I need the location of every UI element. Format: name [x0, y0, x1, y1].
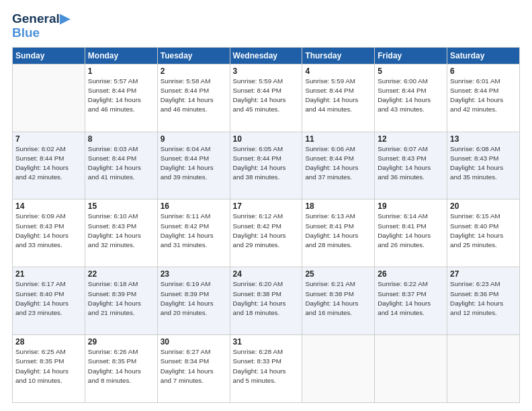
logo-line2: Blue — [12, 26, 70, 40]
calendar-day-cell: 29Sunrise: 6:26 AM Sunset: 8:35 PM Dayli… — [85, 335, 157, 403]
calendar-day-cell: 18Sunrise: 6:13 AM Sunset: 8:41 PM Dayli… — [302, 199, 375, 267]
calendar-day-cell: 28Sunrise: 6:25 AM Sunset: 8:35 PM Dayli… — [13, 335, 85, 403]
day-number: 10 — [233, 134, 300, 144]
calendar-header-cell: Monday — [85, 47, 157, 64]
calendar-day-cell: 22Sunrise: 6:18 AM Sunset: 8:39 PM Dayli… — [85, 267, 157, 335]
day-info: Sunrise: 6:22 AM Sunset: 8:37 PM Dayligh… — [378, 279, 444, 318]
calendar-day-cell: 30Sunrise: 6:27 AM Sunset: 8:34 PM Dayli… — [157, 335, 230, 403]
day-info: Sunrise: 6:08 AM Sunset: 8:43 PM Dayligh… — [450, 144, 517, 183]
day-info: Sunrise: 6:23 AM Sunset: 8:36 PM Dayligh… — [450, 279, 517, 318]
day-number: 17 — [233, 201, 300, 211]
calendar-header-cell: Friday — [375, 47, 447, 64]
calendar-header-cell: Saturday — [447, 47, 520, 64]
calendar-week-row: 1Sunrise: 5:57 AM Sunset: 8:44 PM Daylig… — [13, 64, 520, 132]
calendar-week-row: 21Sunrise: 6:17 AM Sunset: 8:40 PM Dayli… — [13, 267, 520, 335]
day-number: 2 — [161, 66, 227, 76]
day-number: 3 — [233, 66, 300, 76]
day-info: Sunrise: 6:04 AM Sunset: 8:44 PM Dayligh… — [161, 144, 227, 183]
calendar-day-cell: 16Sunrise: 6:11 AM Sunset: 8:42 PM Dayli… — [157, 199, 230, 267]
calendar-day-cell: 25Sunrise: 6:21 AM Sunset: 8:38 PM Dayli… — [302, 267, 375, 335]
calendar-day-cell: 7Sunrise: 6:02 AM Sunset: 8:44 PM Daylig… — [13, 132, 85, 199]
day-info: Sunrise: 6:05 AM Sunset: 8:44 PM Dayligh… — [233, 144, 300, 183]
calendar-day-cell: 9Sunrise: 6:04 AM Sunset: 8:44 PM Daylig… — [157, 132, 230, 199]
calendar-day-cell: 11Sunrise: 6:06 AM Sunset: 8:44 PM Dayli… — [302, 132, 375, 199]
day-info: Sunrise: 6:02 AM Sunset: 8:44 PM Dayligh… — [15, 144, 82, 183]
day-number: 19 — [378, 201, 444, 211]
day-number: 27 — [450, 269, 517, 279]
logo: General▶ Blue — [12, 12, 70, 40]
day-number: 21 — [15, 269, 82, 279]
calendar-day-cell — [302, 335, 375, 403]
day-info: Sunrise: 6:14 AM Sunset: 8:41 PM Dayligh… — [378, 212, 444, 250]
calendar-day-cell: 13Sunrise: 6:08 AM Sunset: 8:43 PM Dayli… — [447, 132, 520, 199]
calendar-day-cell: 23Sunrise: 6:19 AM Sunset: 8:39 PM Dayli… — [157, 267, 230, 335]
day-info: Sunrise: 6:17 AM Sunset: 8:40 PM Dayligh… — [15, 279, 82, 318]
calendar-day-cell: 3Sunrise: 5:59 AM Sunset: 8:44 PM Daylig… — [230, 64, 302, 132]
day-number: 22 — [88, 269, 154, 279]
calendar-day-cell — [447, 335, 520, 403]
day-info: Sunrise: 6:07 AM Sunset: 8:43 PM Dayligh… — [378, 144, 444, 183]
day-info: Sunrise: 6:19 AM Sunset: 8:39 PM Dayligh… — [161, 279, 227, 318]
calendar-week-row: 28Sunrise: 6:25 AM Sunset: 8:35 PM Dayli… — [13, 335, 520, 403]
day-number: 1 — [88, 66, 154, 76]
day-info: Sunrise: 6:10 AM Sunset: 8:43 PM Dayligh… — [88, 212, 154, 250]
day-number: 26 — [378, 269, 444, 279]
day-number: 16 — [161, 201, 227, 211]
calendar-day-cell: 21Sunrise: 6:17 AM Sunset: 8:40 PM Dayli… — [13, 267, 85, 335]
day-number: 31 — [233, 337, 300, 347]
calendar-day-cell: 12Sunrise: 6:07 AM Sunset: 8:43 PM Dayli… — [375, 132, 447, 199]
calendar-header-cell: Sunday — [13, 47, 85, 64]
calendar-day-cell: 27Sunrise: 6:23 AM Sunset: 8:36 PM Dayli… — [447, 267, 520, 335]
day-info: Sunrise: 6:00 AM Sunset: 8:44 PM Dayligh… — [378, 77, 444, 115]
calendar-day-cell: 5Sunrise: 6:00 AM Sunset: 8:44 PM Daylig… — [375, 64, 447, 132]
calendar-day-cell: 6Sunrise: 6:01 AM Sunset: 8:44 PM Daylig… — [447, 64, 520, 132]
day-number: 4 — [305, 66, 371, 76]
day-number: 29 — [88, 337, 154, 347]
calendar-day-cell: 17Sunrise: 6:12 AM Sunset: 8:42 PM Dayli… — [230, 199, 302, 267]
day-info: Sunrise: 6:28 AM Sunset: 8:33 PM Dayligh… — [233, 347, 300, 385]
day-info: Sunrise: 5:59 AM Sunset: 8:44 PM Dayligh… — [233, 77, 300, 115]
calendar-header-cell: Wednesday — [230, 47, 302, 64]
day-number: 8 — [88, 134, 154, 144]
day-info: Sunrise: 6:20 AM Sunset: 8:38 PM Dayligh… — [233, 279, 300, 318]
calendar-day-cell: 2Sunrise: 5:58 AM Sunset: 8:44 PM Daylig… — [157, 64, 230, 132]
calendar-day-cell: 10Sunrise: 6:05 AM Sunset: 8:44 PM Dayli… — [230, 132, 302, 199]
calendar-day-cell: 14Sunrise: 6:09 AM Sunset: 8:43 PM Dayli… — [13, 199, 85, 267]
calendar-day-cell: 26Sunrise: 6:22 AM Sunset: 8:37 PM Dayli… — [375, 267, 447, 335]
day-number: 13 — [450, 134, 517, 144]
day-info: Sunrise: 6:09 AM Sunset: 8:43 PM Dayligh… — [15, 212, 82, 250]
calendar-day-cell: 20Sunrise: 6:15 AM Sunset: 8:40 PM Dayli… — [447, 199, 520, 267]
calendar-week-row: 7Sunrise: 6:02 AM Sunset: 8:44 PM Daylig… — [13, 132, 520, 199]
calendar: SundayMondayTuesdayWednesdayThursdayFrid… — [12, 47, 520, 403]
day-number: 14 — [15, 201, 82, 211]
day-number: 18 — [305, 201, 371, 211]
day-number: 9 — [161, 134, 227, 144]
calendar-day-cell — [13, 64, 85, 132]
calendar-day-cell: 24Sunrise: 6:20 AM Sunset: 8:38 PM Dayli… — [230, 267, 302, 335]
day-number: 6 — [450, 66, 517, 76]
day-info: Sunrise: 6:03 AM Sunset: 8:44 PM Dayligh… — [88, 144, 154, 183]
calendar-day-cell: 31Sunrise: 6:28 AM Sunset: 8:33 PM Dayli… — [230, 335, 302, 403]
calendar-day-cell: 19Sunrise: 6:14 AM Sunset: 8:41 PM Dayli… — [375, 199, 447, 267]
calendar-day-cell — [375, 335, 447, 403]
calendar-header-cell: Thursday — [302, 47, 375, 64]
day-info: Sunrise: 6:21 AM Sunset: 8:38 PM Dayligh… — [305, 279, 371, 318]
day-number: 30 — [161, 337, 227, 347]
calendar-day-cell: 8Sunrise: 6:03 AM Sunset: 8:44 PM Daylig… — [85, 132, 157, 199]
calendar-week-row: 14Sunrise: 6:09 AM Sunset: 8:43 PM Dayli… — [13, 199, 520, 267]
day-info: Sunrise: 5:58 AM Sunset: 8:44 PM Dayligh… — [161, 77, 227, 115]
day-info: Sunrise: 6:01 AM Sunset: 8:44 PM Dayligh… — [450, 77, 517, 115]
day-info: Sunrise: 5:57 AM Sunset: 8:44 PM Dayligh… — [88, 77, 154, 115]
calendar-body: 1Sunrise: 5:57 AM Sunset: 8:44 PM Daylig… — [13, 64, 520, 402]
day-info: Sunrise: 6:25 AM Sunset: 8:35 PM Dayligh… — [15, 347, 82, 385]
day-number: 7 — [15, 134, 82, 144]
day-number: 5 — [378, 66, 444, 76]
day-number: 11 — [305, 134, 371, 144]
calendar-header-row: SundayMondayTuesdayWednesdayThursdayFrid… — [13, 47, 520, 64]
day-info: Sunrise: 6:26 AM Sunset: 8:35 PM Dayligh… — [88, 347, 154, 385]
day-number: 15 — [88, 201, 154, 211]
page: General▶ Blue SundayMondayTuesdayWednesd… — [0, 0, 532, 411]
day-number: 24 — [233, 269, 300, 279]
day-number: 23 — [161, 269, 227, 279]
day-number: 25 — [305, 269, 371, 279]
